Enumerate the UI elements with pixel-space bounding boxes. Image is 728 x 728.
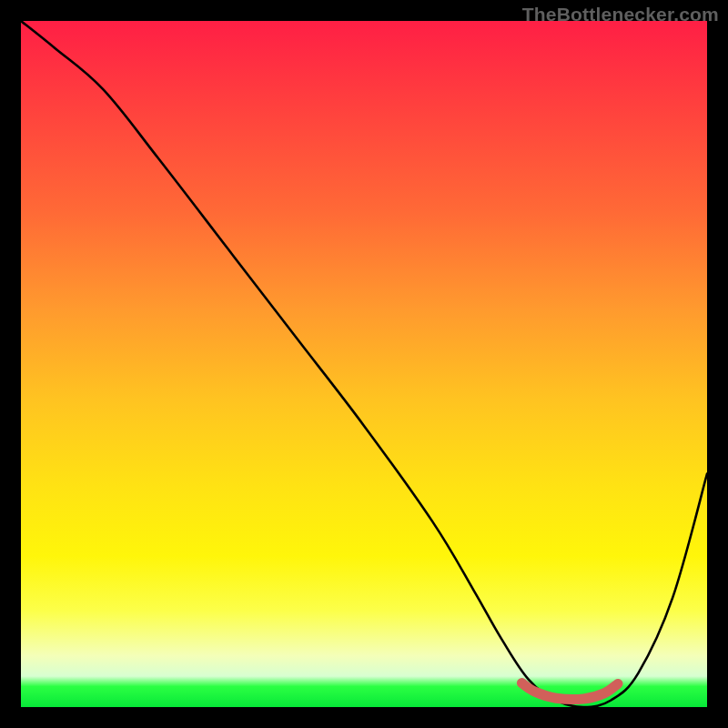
bottleneck-line-chart (21, 21, 707, 707)
trough-marker (521, 683, 618, 700)
chart-stage: TheBottlenecker.com (0, 0, 728, 728)
bottleneck-curve (21, 21, 707, 707)
plot-area (21, 21, 707, 707)
